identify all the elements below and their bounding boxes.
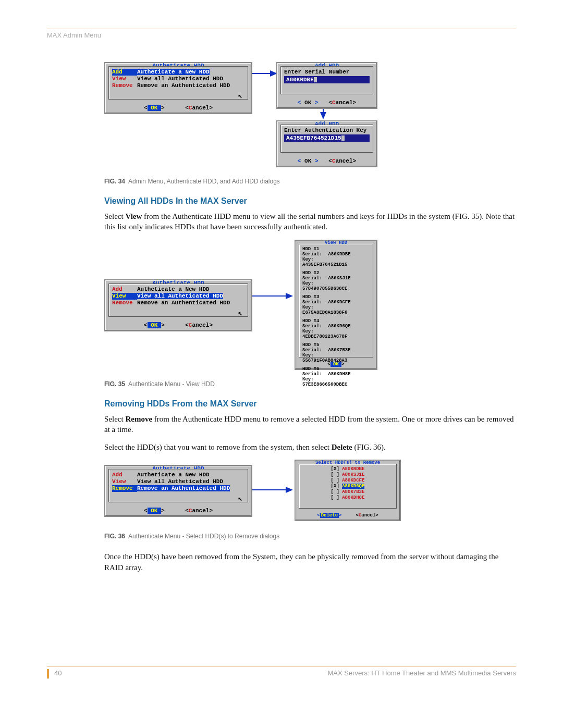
prompt-text: Enter Serial Number	[284, 69, 370, 75]
para-removing-1: Select Remove from the Authenticate HDD …	[104, 414, 516, 435]
fig34-caption: FIG. 34 Admin Menu, Authenticate HDD, an…	[104, 178, 516, 185]
hdd-entry: HDD #4Serial: A80KR6QEKey: 4EDBE780223A6…	[302, 318, 370, 339]
delete-button[interactable]: <Delete>	[317, 513, 341, 518]
menu-item-add[interactable]: AddAutheticate a New HDD	[112, 69, 244, 76]
hdd-entry: HDD #5Serial: A80K7B3EKey: 556791F0AB842…	[302, 342, 370, 363]
cursor-icon: ↖	[238, 309, 242, 317]
ok-button[interactable]: < OK >	[144, 508, 165, 514]
closing-para: Once the HDD(s) have been removed from t…	[104, 551, 516, 573]
menu-item-remove[interactable]: RemoveRemove an Authenticated HDD	[112, 485, 244, 492]
hdd-entry: HDD #3Serial: A80KDCFEKey: E675A8ED0A183…	[302, 294, 370, 315]
hdd-checkbox-row[interactable]: [ ] A80KSJ1E	[302, 472, 393, 478]
para-removing-2: Select the HDD(s) that you want to remov…	[104, 442, 516, 452]
hdd-entry: HDD #2Serial: A80KSJ1EKey: 5784907855D63…	[302, 270, 370, 291]
menu-item-view[interactable]: ViewView all Autheticated HDD	[112, 293, 244, 300]
authenticate-hdd-dialog: Autheticate HDD AddAutheticate a New HDD…	[104, 279, 252, 331]
cancel-button[interactable]: <Cancel>	[356, 513, 378, 518]
view-hdd-dialog: View HDD HDD #1Serial: A80KRDBEKey: A435…	[295, 240, 377, 370]
ok-button[interactable]: < OK >	[327, 362, 344, 367]
ok-button[interactable]: < OK >	[298, 158, 319, 164]
cancel-button[interactable]: <Cancel>	[328, 158, 356, 164]
fig35: Autheticate HDD AddAutheticate a New HDD…	[104, 240, 516, 375]
menu-item-add[interactable]: AddAutheticate a New HDD	[112, 286, 244, 293]
page-number: 40	[54, 669, 62, 677]
fig36: Autheticate HDD AddAutheticate a New HDD…	[104, 460, 516, 527]
para-viewing: Select View from the Authenticate HDD me…	[104, 211, 516, 232]
select-hdd-remove-dialog: Select HDD(s) to Remove [X] A80KRDBE[ ] …	[295, 460, 401, 521]
ok-button[interactable]: < OK >	[144, 322, 165, 328]
key-input[interactable]: A435EFB764521D15	[284, 134, 370, 142]
add-hdd-key-dialog: Add HDD Enter Authentication Key A435EFB…	[276, 120, 377, 167]
authenticate-hdd-dialog: Autheticate HDD AddAutheticate a New HDD…	[104, 62, 252, 114]
page-footer: 40 MAX Servers: HT Home Theater and MMS …	[47, 667, 516, 678]
footer-right: MAX Servers: HT Home Theater and MMS Mul…	[328, 669, 516, 678]
menu-item-remove[interactable]: RemoveRemove an Authenticated HDD	[112, 82, 244, 89]
prompt-text: Enter Authentication Key	[284, 127, 370, 133]
hdd-checkbox-row[interactable]: [X] A80KRDBE	[302, 466, 393, 472]
fig36-caption: FIG. 36 Authenticate Menu - Select HDD(s…	[104, 533, 516, 540]
fig34: Autheticate HDD AddAutheticate a New HDD…	[104, 58, 516, 172]
heading-removing: Removing HDDs From the MAX Server	[104, 399, 516, 409]
cancel-button[interactable]: <Cancel>	[185, 322, 213, 328]
menu-item-view[interactable]: ViewView all Autheticated HDD	[112, 76, 244, 82]
cancel-button[interactable]: <Cancel>	[185, 105, 213, 111]
heading-viewing: Viewing All HDDs In the MAX Server	[104, 196, 516, 206]
hdd-checkbox-row[interactable]: [X] A80KR6QE	[302, 484, 393, 489]
menu-item-view[interactable]: ViewView all Autheticated HDD	[112, 478, 244, 485]
hdd-checkbox-row[interactable]: [ ] A80KDCFE	[302, 478, 393, 484]
cursor-icon: ↖	[238, 91, 242, 100]
cursor-icon: ↖	[238, 494, 242, 503]
ok-button[interactable]: < OK >	[298, 100, 319, 106]
hdd-checkbox-row[interactable]: [ ] A80KDH8E	[302, 495, 393, 501]
hdd-entry: HDD #6Serial: A80KDH8EKey: 57E3E8666560D…	[302, 366, 370, 387]
ok-button[interactable]: < OK >	[144, 105, 165, 111]
cancel-button[interactable]: <Cancel>	[328, 100, 356, 106]
menu-item-add[interactable]: AddAutheticate a New HDD	[112, 472, 244, 478]
cancel-button[interactable]: <Cancel>	[185, 508, 213, 514]
serial-input[interactable]: A80KRDBE	[284, 76, 370, 83]
page-header: MAX Admin Menu	[47, 31, 516, 39]
authenticate-hdd-dialog: Autheticate HDD AddAutheticate a New HDD…	[104, 465, 252, 517]
menu-item-remove[interactable]: RemoveRemove an Authenticated HDD	[112, 300, 244, 306]
hdd-entry: HDD #1Serial: A80KRDBEKey: A435EFB764521…	[302, 246, 370, 267]
add-hdd-serial-dialog: Add HDD Enter Serial Number A80KRDBE < O…	[276, 62, 377, 109]
hdd-checkbox-row[interactable]: [ ] A80K7B3E	[302, 489, 393, 495]
